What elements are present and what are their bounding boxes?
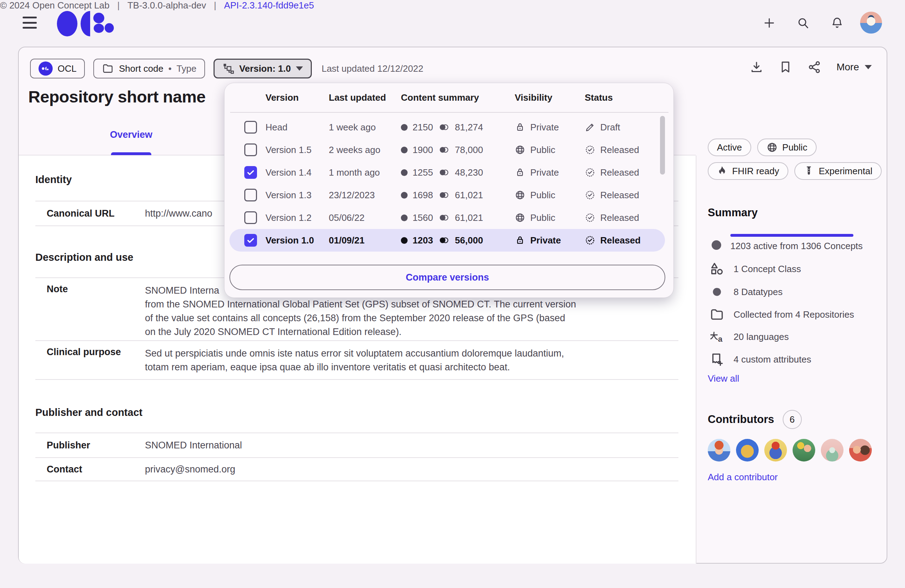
footer: © 2024 Open Concept Lab | TB-3.0.0-alpha… xyxy=(0,0,905,11)
clinical-purpose-label: Clinical purpose xyxy=(47,347,145,358)
publisher-heading: Publisher and contact xyxy=(35,407,143,418)
seal-check-icon xyxy=(585,212,595,223)
version-table-header: Version Last updated Content summary Vis… xyxy=(224,83,673,112)
publisher-value: SNOMED International xyxy=(145,439,242,452)
summary-item-label: 20 languages xyxy=(734,331,789,342)
add-contributor-link[interactable]: Add a contributor xyxy=(708,472,778,483)
version-dropdown-panel: Version Last updated Content summary Vis… xyxy=(224,83,674,298)
menu-icon[interactable] xyxy=(23,17,37,29)
contributor-avatar[interactable] xyxy=(764,439,787,461)
status-chip-public[interactable]: Public xyxy=(757,138,817,156)
seal-check-icon xyxy=(585,144,595,155)
version-updated: 01/09/21 xyxy=(329,235,401,246)
search-icon[interactable] xyxy=(797,16,810,30)
version-row-1-2[interactable]: Version 1.2 05/06/22 1560 61,021 Public … xyxy=(224,206,673,229)
folder-icon xyxy=(710,307,724,322)
status-chip-experimental[interactable]: Experimental xyxy=(794,162,882,180)
last-updated-text: Last updated 12/12/2022 xyxy=(322,63,424,74)
share-button[interactable] xyxy=(807,60,822,74)
row-checkbox[interactable] xyxy=(244,143,257,156)
dot-icon xyxy=(710,284,724,299)
globe-icon xyxy=(515,212,526,223)
concepts-dot-icon xyxy=(711,240,721,250)
contributor-avatar[interactable] xyxy=(736,439,759,461)
status-chip-fhir-ready[interactable]: FHIR ready xyxy=(708,162,788,180)
contact-value: privacy@snomed.org xyxy=(145,463,235,476)
tab-overview[interactable]: Overview xyxy=(93,129,169,140)
globe-icon xyxy=(515,144,526,155)
version-updated: 2 weeks ago xyxy=(329,144,401,155)
lock-icon xyxy=(515,235,526,246)
version-row-1-5[interactable]: Version 1.5 2 weeks ago 1900 78,000 Publ… xyxy=(224,138,673,161)
more-chevron-down-icon xyxy=(865,65,872,69)
contributor-avatar[interactable] xyxy=(849,439,872,461)
row-checkbox[interactable] xyxy=(244,211,257,224)
repo-chip-bullet: • xyxy=(168,63,171,74)
version-row-1-4[interactable]: Version 1.4 1 month ago 1255 48,230 Priv… xyxy=(224,161,673,184)
version-row-1-3[interactable]: Version 1.3 23/12/2023 1698 61,021 Publi… xyxy=(224,184,673,206)
status-cell: Released xyxy=(585,235,673,246)
mappings-icon xyxy=(438,168,450,177)
row-checkbox[interactable] xyxy=(244,121,257,133)
version-row-head[interactable]: Head 1 week ago 2150 81,274 Private Draf… xyxy=(224,116,673,138)
row-checkbox-checked[interactable] xyxy=(244,166,257,179)
status-chip-active[interactable]: Active xyxy=(708,138,751,156)
view-all-link[interactable]: View all xyxy=(708,373,739,384)
row-checkbox[interactable] xyxy=(244,189,257,201)
version-name: Head xyxy=(265,122,329,133)
contributor-avatar[interactable] xyxy=(708,439,730,461)
visibility-cell: Public xyxy=(515,190,585,201)
contributor-avatar[interactable] xyxy=(792,439,815,461)
dropdown-scrollbar[interactable] xyxy=(660,116,665,174)
notifications-bell-icon[interactable] xyxy=(830,16,844,30)
repo-chip[interactable]: Short code • Type xyxy=(93,59,205,78)
description-heading: Description and use xyxy=(35,252,133,263)
concepts-dot-icon xyxy=(401,237,408,244)
col-last-updated: Last updated xyxy=(329,92,401,103)
public-chip-label: Public xyxy=(782,142,807,153)
active-chip-label: Active xyxy=(717,142,742,153)
more-button[interactable]: More xyxy=(837,62,872,73)
mappings-icon xyxy=(438,213,450,222)
globe-icon xyxy=(767,142,778,153)
summary-heading: Summary xyxy=(708,206,757,219)
clinical-purpose-row: Clinical purpose Sed ut perspiciatis und… xyxy=(35,341,678,380)
visibility-cell: Public xyxy=(515,212,585,223)
user-avatar[interactable] xyxy=(860,12,882,33)
bookmark-button[interactable] xyxy=(778,60,792,74)
add-icon[interactable] xyxy=(762,16,776,30)
bookmark-plus-icon xyxy=(710,352,724,367)
version-tree-icon xyxy=(222,63,234,74)
version-selector-chip[interactable]: Version: 1.0 xyxy=(214,59,312,78)
footer-api-link[interactable]: API-2.3.140-fdd9e1e5 xyxy=(224,0,314,11)
compare-versions-button[interactable]: Compare versions xyxy=(229,265,665,290)
download-button[interactable] xyxy=(749,60,764,74)
version-row-1-0-selected[interactable]: Version 1.0 01/09/21 1203 56,000 Private… xyxy=(224,229,673,252)
check-icon xyxy=(246,236,255,245)
owner-chip-label: OCL xyxy=(58,63,76,74)
version-updated: 05/06/22 xyxy=(329,212,401,223)
repo-chip-shortcode: Short code xyxy=(119,63,164,74)
mappings-icon xyxy=(438,123,450,132)
summary-item-label: 8 Datatypes xyxy=(734,287,783,298)
owner-chip[interactable]: OCL xyxy=(30,59,85,78)
pencil-icon xyxy=(585,122,595,133)
concepts-dot-icon xyxy=(401,169,408,176)
content-summary-cell: 1900 78,000 xyxy=(401,144,515,155)
concepts-dot-icon xyxy=(401,124,408,131)
visibility-cell: Private xyxy=(515,235,585,246)
version-updated: 1 week ago xyxy=(329,122,401,133)
seal-check-icon xyxy=(585,235,595,246)
summary-item-label: 1 Concept Class xyxy=(734,264,801,274)
svg-text:a: a xyxy=(718,334,722,344)
row-checkbox-checked[interactable] xyxy=(244,234,257,247)
version-name: Version 1.4 xyxy=(265,167,329,178)
contributor-avatar[interactable] xyxy=(821,439,843,461)
version-name: Version 1.3 xyxy=(265,190,329,201)
version-updated: 1 month ago xyxy=(329,167,401,178)
visibility-cell: Public xyxy=(515,144,585,155)
summary-item-custom-attributes: 4 custom attributes xyxy=(710,352,811,367)
shapes-icon xyxy=(710,262,724,276)
concepts-dot-icon xyxy=(401,147,408,153)
ocl-logo[interactable] xyxy=(57,10,117,38)
